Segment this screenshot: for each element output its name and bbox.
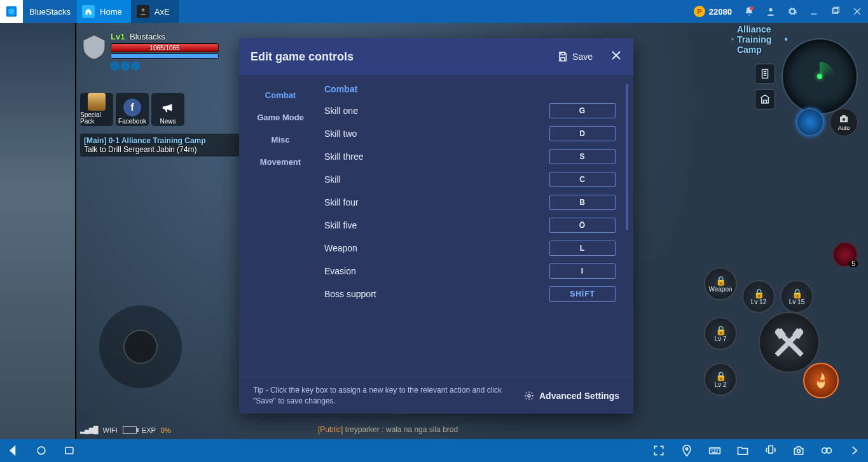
auto-button[interactable]: Auto <box>830 108 858 136</box>
lock-icon: 🔒 <box>754 288 764 298</box>
quest-tracker[interactable]: [Main] 0-1 Alliance Training Camp Talk t… <box>80 134 239 157</box>
modal-footer: Tip - Click the key box to assign a new … <box>239 377 633 414</box>
keybind-row: WeaponL <box>322 241 616 256</box>
sidebar-item-combat[interactable]: Combat <box>239 84 322 106</box>
shield-row <box>111 61 140 71</box>
keybind-input[interactable]: S <box>549 149 616 164</box>
keybind-input[interactable]: D <box>549 126 616 141</box>
sidebar-item-gamemode[interactable]: Game Mode <box>239 106 322 129</box>
quest-title: [Main] 0-1 Alliance Training Camp <box>84 136 235 145</box>
exp-label: EXP <box>142 426 156 434</box>
keybind-row: SkillC <box>322 172 616 187</box>
camera-icon[interactable] <box>792 444 806 458</box>
notification-icon[interactable] <box>740 3 758 20</box>
wifi-label: WIFI <box>103 426 118 434</box>
maximize-icon[interactable] <box>827 3 844 20</box>
skill-fire[interactable] <box>803 363 839 398</box>
keybind-input[interactable]: G <box>549 103 616 118</box>
keybind-input[interactable]: Ö <box>549 218 616 233</box>
svg-point-12 <box>528 395 530 397</box>
shortcut-facebook[interactable]: fFacebook <box>116 93 149 126</box>
player-emblem-icon <box>80 33 108 61</box>
gear-icon <box>524 391 534 401</box>
close-button[interactable] <box>610 50 622 64</box>
chat-line[interactable]: [Public] treyparker : wala na nga sila b… <box>318 425 458 434</box>
bluestacks-logo[interactable] <box>0 0 23 23</box>
brand-label: BlueStacks <box>23 7 77 17</box>
player-name: Blustacks <box>130 32 165 41</box>
skill-lv12[interactable]: 🔒Lv 12 <box>742 280 775 313</box>
edit-controls-modal: Edit game controls Save Combat Game Mode… <box>239 38 633 414</box>
save-button[interactable]: Save <box>557 51 593 62</box>
title-bar: BlueStacks Home AxE P 22080 <box>0 0 868 23</box>
keybind-row: EvasionI <box>322 263 616 279</box>
skill-lv15[interactable]: 🔒Lv 15 <box>780 280 813 313</box>
close-icon <box>610 50 622 61</box>
camera-icon <box>838 113 850 125</box>
potion-button[interactable]: 5 <box>832 242 858 267</box>
expand-panel-icon[interactable] <box>848 444 862 458</box>
facebook-icon: f <box>123 99 141 116</box>
modal-sidebar: Combat Game Mode Misc Movement <box>239 75 322 377</box>
player-level: Lv1 <box>111 32 125 41</box>
minimap[interactable] <box>782 38 858 115</box>
location-pin-icon <box>784 35 788 44</box>
save-icon <box>557 51 568 62</box>
system-bar <box>0 439 868 462</box>
keybind-input[interactable]: B <box>549 195 616 210</box>
nav-recents-icon[interactable] <box>62 444 76 458</box>
nav-back-icon[interactable] <box>6 444 20 458</box>
temple-icon[interactable] <box>755 89 775 109</box>
keybind-input[interactable]: L <box>549 241 616 256</box>
svg-rect-17 <box>769 446 773 454</box>
nav-home-icon[interactable] <box>34 444 48 458</box>
hp-bar: 1065/1065 <box>111 43 219 52</box>
fullscreen-icon[interactable] <box>652 444 666 458</box>
arrow-up-icon <box>731 35 734 44</box>
skill-weapon[interactable]: 🔒Weapon <box>704 267 737 300</box>
sidebar-item-misc[interactable]: Misc <box>239 129 322 151</box>
axe-tab-icon <box>137 5 149 18</box>
orb-button[interactable] <box>796 108 824 136</box>
scrollbar[interactable] <box>626 84 628 230</box>
tab-home-label: Home <box>100 7 122 17</box>
keybind-label: Skill one <box>322 106 549 116</box>
minimize-icon[interactable] <box>805 3 823 20</box>
keybind-input[interactable]: C <box>549 172 616 187</box>
sidebar-item-movement[interactable]: Movement <box>239 151 322 173</box>
scroll-icon[interactable] <box>755 64 775 84</box>
shortcut-row: Special Pack fFacebook News <box>80 93 184 126</box>
settings-icon[interactable] <box>783 3 801 20</box>
shake-icon[interactable] <box>764 444 778 458</box>
modal-header: Edit game controls Save <box>239 38 633 75</box>
skill-pad: 5 🔒Weapon 🔒Lv 12 🔒Lv 15 🔒Lv 7 🔒Lv 2 <box>699 242 864 407</box>
attack-button[interactable] <box>759 312 820 373</box>
keybind-input[interactable]: SHİFT <box>549 286 616 302</box>
tab-home[interactable]: Home <box>77 0 131 23</box>
mp-bar <box>111 53 219 59</box>
virtual-joystick[interactable] <box>99 305 182 388</box>
svg-point-18 <box>797 449 801 452</box>
coin-icon: P <box>694 6 705 17</box>
tab-axe[interactable]: AxE <box>131 0 179 23</box>
folder-icon[interactable] <box>736 444 750 458</box>
keybind-label: Weapon <box>322 243 549 253</box>
shortcut-special-pack[interactable]: Special Pack <box>80 93 113 126</box>
shortcut-news[interactable]: News <box>151 93 184 126</box>
close-window-icon[interactable] <box>848 3 866 20</box>
section-title: Combat <box>324 84 616 94</box>
keybind-row: Skill fiveÖ <box>322 218 616 233</box>
advanced-settings-button[interactable]: Advanced Settings <box>524 391 619 401</box>
lock-icon: 🔒 <box>715 325 726 335</box>
screenshot-icon[interactable] <box>820 444 834 458</box>
account-icon[interactable] <box>762 3 780 20</box>
keyboard-icon[interactable] <box>708 444 722 458</box>
skill-lv2[interactable]: 🔒Lv 2 <box>704 363 737 396</box>
keybind-row: Skill fourB <box>322 195 616 210</box>
map-name[interactable]: Alliance Training Camp <box>731 24 788 55</box>
keybind-label: Skill three <box>322 151 549 162</box>
location-icon[interactable] <box>680 444 694 458</box>
skill-lv7[interactable]: 🔒Lv 7 <box>704 317 737 350</box>
points-display[interactable]: P 22080 <box>694 6 732 17</box>
keybind-input[interactable]: I <box>549 263 616 279</box>
